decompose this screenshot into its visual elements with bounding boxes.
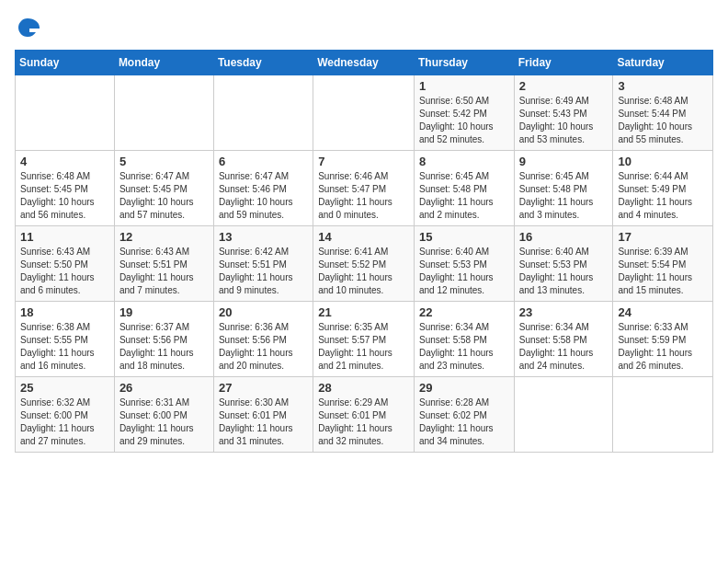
day-number: 29 (419, 381, 509, 395)
day-info: Sunrise: 6:42 AM Sunset: 5:51 PM Dayligh… (219, 246, 308, 297)
week-row-3: 11Sunrise: 6:43 AM Sunset: 5:50 PM Dayli… (16, 226, 713, 302)
calendar-cell: 9Sunrise: 6:45 AM Sunset: 5:48 PM Daylig… (514, 151, 613, 226)
week-row-2: 4Sunrise: 6:48 AM Sunset: 5:45 PM Daylig… (16, 151, 713, 226)
day-info: Sunrise: 6:35 AM Sunset: 5:57 PM Dayligh… (318, 321, 409, 373)
day-info: Sunrise: 6:41 AM Sunset: 5:52 PM Dayligh… (318, 246, 409, 297)
header-row: SundayMondayTuesdayWednesdayThursdayFrid… (16, 51, 713, 75)
calendar-cell: 19Sunrise: 6:37 AM Sunset: 5:56 PM Dayli… (114, 302, 213, 377)
calendar-cell: 2Sunrise: 6:49 AM Sunset: 5:43 PM Daylig… (514, 75, 613, 151)
calendar-cell: 29Sunrise: 6:28 AM Sunset: 6:02 PM Dayli… (414, 377, 514, 453)
calendar-cell (313, 75, 415, 151)
calendar-cell: 8Sunrise: 6:45 AM Sunset: 5:48 PM Daylig… (414, 151, 514, 226)
calendar-cell: 25Sunrise: 6:32 AM Sunset: 6:00 PM Dayli… (16, 377, 115, 453)
calendar-cell: 14Sunrise: 6:41 AM Sunset: 5:52 PM Dayli… (313, 226, 415, 302)
day-number: 20 (219, 305, 308, 319)
day-header-tuesday: Tuesday (213, 51, 313, 75)
day-number: 7 (318, 155, 409, 168)
day-info: Sunrise: 6:48 AM Sunset: 5:44 PM Dayligh… (618, 95, 708, 146)
day-number: 28 (318, 381, 409, 395)
day-info: Sunrise: 6:40 AM Sunset: 5:53 PM Dayligh… (519, 246, 609, 297)
day-info: Sunrise: 6:36 AM Sunset: 5:56 PM Dayligh… (219, 321, 308, 373)
day-info: Sunrise: 6:43 AM Sunset: 5:50 PM Dayligh… (20, 246, 109, 297)
calendar-cell (213, 75, 313, 151)
day-info: Sunrise: 6:47 AM Sunset: 5:45 PM Dayligh… (119, 170, 209, 222)
page-header (15, 15, 713, 40)
day-info: Sunrise: 6:37 AM Sunset: 5:56 PM Dayligh… (119, 321, 209, 373)
calendar-cell: 11Sunrise: 6:43 AM Sunset: 5:50 PM Dayli… (16, 226, 115, 302)
day-info: Sunrise: 6:46 AM Sunset: 5:47 PM Dayligh… (318, 170, 409, 222)
day-info: Sunrise: 6:45 AM Sunset: 5:48 PM Dayligh… (419, 170, 509, 222)
day-number: 12 (119, 230, 209, 244)
day-header-saturday: Saturday (613, 51, 713, 75)
calendar-cell: 15Sunrise: 6:40 AM Sunset: 5:53 PM Dayli… (414, 226, 514, 302)
calendar-cell: 5Sunrise: 6:47 AM Sunset: 5:45 PM Daylig… (114, 151, 213, 226)
calendar-body: 1Sunrise: 6:50 AM Sunset: 5:42 PM Daylig… (16, 75, 713, 453)
day-header-sunday: Sunday (16, 51, 115, 75)
day-info: Sunrise: 6:49 AM Sunset: 5:43 PM Dayligh… (519, 95, 609, 146)
day-number: 21 (318, 305, 409, 319)
day-number: 13 (219, 230, 308, 244)
calendar-cell: 20Sunrise: 6:36 AM Sunset: 5:56 PM Dayli… (213, 302, 313, 377)
day-info: Sunrise: 6:31 AM Sunset: 6:00 PM Dayligh… (119, 396, 209, 448)
calendar-cell: 18Sunrise: 6:38 AM Sunset: 5:55 PM Dayli… (16, 302, 115, 377)
day-number: 19 (119, 305, 209, 319)
calendar-cell: 17Sunrise: 6:39 AM Sunset: 5:54 PM Dayli… (613, 226, 713, 302)
calendar-cell (114, 75, 213, 151)
calendar-cell: 27Sunrise: 6:30 AM Sunset: 6:01 PM Dayli… (213, 377, 313, 453)
day-number: 8 (419, 155, 509, 168)
day-number: 23 (519, 305, 609, 319)
day-number: 27 (219, 381, 308, 395)
calendar-cell: 12Sunrise: 6:43 AM Sunset: 5:51 PM Dayli… (114, 226, 213, 302)
day-info: Sunrise: 6:44 AM Sunset: 5:49 PM Dayligh… (618, 170, 708, 222)
day-header-wednesday: Wednesday (313, 51, 415, 75)
day-number: 9 (519, 155, 609, 168)
day-info: Sunrise: 6:48 AM Sunset: 5:45 PM Dayligh… (20, 170, 109, 222)
calendar-cell: 7Sunrise: 6:46 AM Sunset: 5:47 PM Daylig… (313, 151, 415, 226)
day-number: 15 (419, 230, 509, 244)
day-header-monday: Monday (114, 51, 213, 75)
day-number: 17 (618, 230, 708, 244)
week-row-5: 25Sunrise: 6:32 AM Sunset: 6:00 PM Dayli… (16, 377, 713, 453)
day-info: Sunrise: 6:30 AM Sunset: 6:01 PM Dayligh… (219, 396, 308, 448)
day-info: Sunrise: 6:47 AM Sunset: 5:46 PM Dayligh… (219, 170, 308, 222)
day-number: 18 (20, 305, 109, 319)
calendar-cell: 4Sunrise: 6:48 AM Sunset: 5:45 PM Daylig… (16, 151, 115, 226)
logo (15, 15, 44, 40)
calendar-header: SundayMondayTuesdayWednesdayThursdayFrid… (16, 51, 713, 75)
calendar-cell: 16Sunrise: 6:40 AM Sunset: 5:53 PM Dayli… (514, 226, 613, 302)
day-number: 25 (20, 381, 109, 395)
day-number: 5 (119, 155, 209, 168)
calendar-cell: 26Sunrise: 6:31 AM Sunset: 6:00 PM Dayli… (114, 377, 213, 453)
day-info: Sunrise: 6:40 AM Sunset: 5:53 PM Dayligh… (419, 246, 509, 297)
week-row-1: 1Sunrise: 6:50 AM Sunset: 5:42 PM Daylig… (16, 75, 713, 151)
day-info: Sunrise: 6:29 AM Sunset: 6:01 PM Dayligh… (318, 396, 409, 448)
calendar-cell: 24Sunrise: 6:33 AM Sunset: 5:59 PM Dayli… (613, 302, 713, 377)
calendar-cell: 13Sunrise: 6:42 AM Sunset: 5:51 PM Dayli… (213, 226, 313, 302)
day-number: 11 (20, 230, 109, 244)
day-number: 26 (119, 381, 209, 395)
calendar-cell: 22Sunrise: 6:34 AM Sunset: 5:58 PM Dayli… (414, 302, 514, 377)
calendar-cell: 23Sunrise: 6:34 AM Sunset: 5:58 PM Dayli… (514, 302, 613, 377)
week-row-4: 18Sunrise: 6:38 AM Sunset: 5:55 PM Dayli… (16, 302, 713, 377)
day-info: Sunrise: 6:32 AM Sunset: 6:00 PM Dayligh… (20, 396, 109, 448)
day-info: Sunrise: 6:39 AM Sunset: 5:54 PM Dayligh… (618, 246, 708, 297)
logo-icon (15, 15, 40, 40)
calendar-cell: 28Sunrise: 6:29 AM Sunset: 6:01 PM Dayli… (313, 377, 415, 453)
day-number: 24 (618, 305, 708, 319)
calendar-cell (514, 377, 613, 453)
day-number: 6 (219, 155, 308, 168)
calendar-cell (613, 377, 713, 453)
calendar-cell: 3Sunrise: 6:48 AM Sunset: 5:44 PM Daylig… (613, 75, 713, 151)
day-header-thursday: Thursday (414, 51, 514, 75)
calendar-table: SundayMondayTuesdayWednesdayThursdayFrid… (15, 50, 713, 453)
day-info: Sunrise: 6:45 AM Sunset: 5:48 PM Dayligh… (519, 170, 609, 222)
calendar-cell (16, 75, 115, 151)
day-number: 4 (20, 155, 109, 168)
day-number: 2 (519, 79, 609, 93)
day-info: Sunrise: 6:34 AM Sunset: 5:58 PM Dayligh… (519, 321, 609, 373)
day-info: Sunrise: 6:43 AM Sunset: 5:51 PM Dayligh… (119, 246, 209, 297)
day-number: 3 (618, 79, 708, 93)
day-number: 22 (419, 305, 509, 319)
day-number: 14 (318, 230, 409, 244)
day-info: Sunrise: 6:34 AM Sunset: 5:58 PM Dayligh… (419, 321, 509, 373)
